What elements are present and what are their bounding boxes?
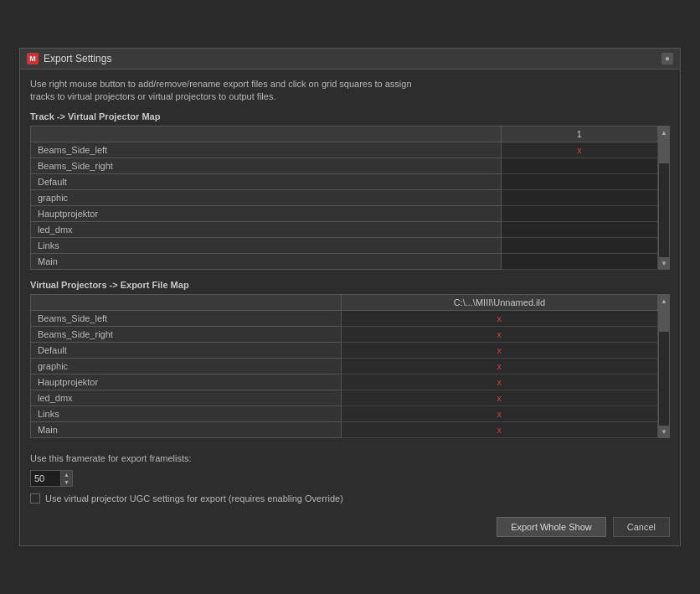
framerate-spinner[interactable]: ▲ ▼ xyxy=(30,470,73,487)
grid-cell[interactable]: x xyxy=(501,142,657,158)
row-header: Beams_Side_left xyxy=(31,311,342,327)
grid1-scroll-up[interactable]: ▲ xyxy=(659,127,669,138)
table-row: Links xyxy=(31,238,658,254)
grid-cell[interactable]: x xyxy=(341,343,657,359)
grid1-col-1: 1 xyxy=(501,127,657,142)
grid1-scroll-area[interactable]: 1 Beams_Side_leftxBeams_Side_rightDefaul… xyxy=(30,126,658,270)
table-row: Beams_Side_leftx xyxy=(31,142,658,158)
grid-cell[interactable] xyxy=(501,158,657,174)
section2-label: Virtual Projectors -> Export File Map xyxy=(30,280,670,290)
table-row: Mainx xyxy=(31,422,658,438)
table-row: graphicx xyxy=(31,359,658,374)
bottom-section: Use this framerate for export framelists… xyxy=(30,448,670,537)
grid-cell[interactable]: x xyxy=(341,406,657,422)
framerate-label: Use this framerate for export framelists… xyxy=(30,453,192,463)
row-header: Beams_Side_left xyxy=(31,142,502,158)
framerate-input[interactable] xyxy=(31,471,60,486)
row-header: Links xyxy=(31,238,502,254)
table-row: Main xyxy=(31,254,658,270)
grid2-scroll-track xyxy=(659,307,669,426)
row-header: Hauptprojektor xyxy=(31,374,342,390)
export-settings-dialog: M Export Settings ● Use right mouse butt… xyxy=(19,48,681,547)
grid-cell[interactable]: x xyxy=(341,327,657,343)
table-row: Hauptprojektorx xyxy=(31,374,658,390)
button-row: Export Whole Show Cancel xyxy=(30,514,670,537)
row-header: Default xyxy=(31,343,342,359)
dialog-body: Use right mouse button to add/remove/ren… xyxy=(20,70,680,546)
table-row: Linksx xyxy=(31,406,658,422)
grid1-header-row: 1 xyxy=(31,127,658,142)
instruction-text: Use right mouse button to add/remove/ren… xyxy=(30,78,670,104)
row-header: graphic xyxy=(31,359,342,374)
projector-file-section: Virtual Projectors -> Export File Map C:… xyxy=(30,280,670,438)
dialog-title: Export Settings xyxy=(44,53,111,65)
ugc-label: Use virtual projector UGC settings for e… xyxy=(45,493,343,504)
cancel-button[interactable]: Cancel xyxy=(613,517,670,537)
grid2-col-file: C:\...\MIII\Unnamed.ild xyxy=(341,295,657,311)
dialog-titlebar: M Export Settings ● xyxy=(20,49,680,70)
row-header: led_dmx xyxy=(31,390,342,406)
grid2-scrollbar[interactable]: ▲ ▼ xyxy=(658,294,670,438)
table-row: led_dmx xyxy=(31,222,658,238)
table-row: Beams_Side_rightx xyxy=(31,327,658,343)
row-header: Beams_Side_right xyxy=(31,327,342,343)
grid-cell[interactable]: x xyxy=(341,390,657,406)
grid-cell[interactable] xyxy=(501,254,657,270)
spinner-down[interactable]: ▼ xyxy=(60,478,72,486)
grid1-scroll-thumb xyxy=(659,138,669,163)
grid2-scroll-up[interactable]: ▲ xyxy=(659,295,669,307)
table-row: graphic xyxy=(31,190,658,206)
row-header: led_dmx xyxy=(31,222,502,238)
grid-cell[interactable] xyxy=(501,238,657,254)
spinner-up[interactable]: ▲ xyxy=(60,471,72,478)
grid2-table: C:\...\MIII\Unnamed.ild Beams_Side_leftx… xyxy=(30,294,658,438)
row-header: Hauptprojektor xyxy=(31,206,502,222)
row-header: graphic xyxy=(31,190,502,206)
row-header: Beams_Side_right xyxy=(31,158,502,174)
grid1-scrollbar[interactable]: ▲ ▼ xyxy=(658,126,670,270)
grid1-table: 1 Beams_Side_leftxBeams_Side_rightDefaul… xyxy=(30,126,658,270)
grid1-scroll-track xyxy=(659,138,669,257)
close-button[interactable]: ● xyxy=(661,53,673,65)
grid-cell[interactable] xyxy=(501,174,657,190)
grid-cell[interactable]: x xyxy=(341,374,657,390)
dialog-title-left: M Export Settings xyxy=(27,53,111,65)
grid-cell[interactable] xyxy=(501,206,657,222)
table-row: Beams_Side_right xyxy=(31,158,658,174)
row-header: Default xyxy=(31,174,502,190)
grid2-scroll-thumb xyxy=(659,307,669,332)
grid-cell[interactable]: x xyxy=(341,359,657,374)
grid1-corner-cell xyxy=(31,127,502,142)
table-row: led_dmxx xyxy=(31,390,658,406)
dialog-overlay: M Export Settings ● Use right mouse butt… xyxy=(0,0,700,594)
table-row: Defaultx xyxy=(31,343,658,359)
grid-cell[interactable]: x xyxy=(341,311,657,327)
grid1-scroll-down[interactable]: ▼ xyxy=(659,257,669,269)
grid1-wrapper: 1 Beams_Side_leftxBeams_Side_rightDefaul… xyxy=(30,126,670,270)
framerate-input-row: ▲ ▼ xyxy=(30,470,670,487)
row-header: Main xyxy=(31,422,342,438)
grid2-header-row: C:\...\MIII\Unnamed.ild xyxy=(31,295,658,311)
row-header: Main xyxy=(31,254,502,270)
track-projector-section: Track -> Virtual Projector Map 1 Beam xyxy=(30,111,670,270)
export-whole-show-button[interactable]: Export Whole Show xyxy=(497,517,606,537)
table-row: Default xyxy=(31,174,658,190)
grid2-scroll-area[interactable]: C:\...\MIII\Unnamed.ild Beams_Side_leftx… xyxy=(30,294,658,438)
app-icon: M xyxy=(27,53,39,65)
grid2-corner-cell xyxy=(31,295,342,311)
table-row: Beams_Side_leftx xyxy=(31,311,658,327)
grid-cell[interactable] xyxy=(501,190,657,206)
ugc-checkbox[interactable] xyxy=(30,493,40,504)
table-row: Hauptprojektor xyxy=(31,206,658,222)
framerate-row: Use this framerate for export framelists… xyxy=(30,453,670,463)
spinner-arrows: ▲ ▼ xyxy=(60,471,72,486)
grid-cell[interactable] xyxy=(501,222,657,238)
grid2-scroll-down[interactable]: ▼ xyxy=(659,426,669,437)
section1-label: Track -> Virtual Projector Map xyxy=(30,111,670,121)
grid2-wrapper: C:\...\MIII\Unnamed.ild Beams_Side_leftx… xyxy=(30,294,670,438)
row-header: Links xyxy=(31,406,342,422)
grid-cell[interactable]: x xyxy=(341,422,657,438)
ugc-row: Use virtual projector UGC settings for e… xyxy=(30,493,670,504)
